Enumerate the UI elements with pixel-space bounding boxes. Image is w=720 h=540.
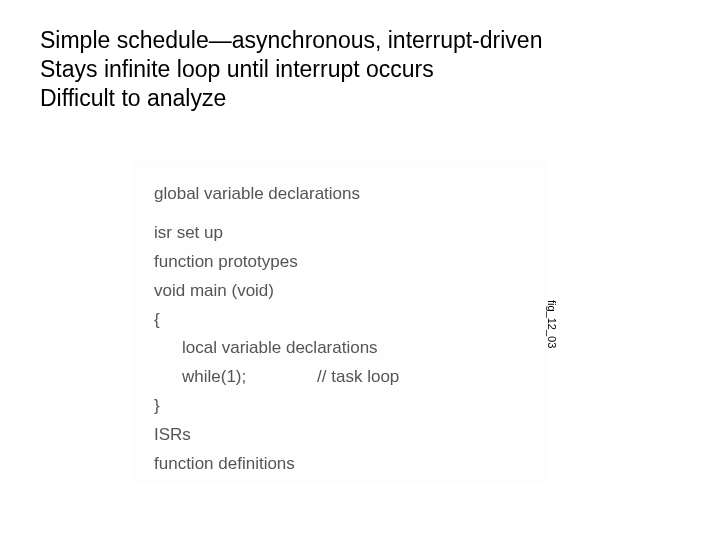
code-gap <box>154 209 528 219</box>
code-line: ISRs <box>154 421 528 450</box>
title-block: Simple schedule—asynchronous, interrupt-… <box>40 26 660 112</box>
code-line: local variable declarations <box>154 334 528 363</box>
code-listing: global variable declarations isr set up … <box>134 162 546 497</box>
code-line: void main (void) <box>154 277 528 306</box>
code-line: isr set up <box>154 219 528 248</box>
title-line-1: Simple schedule—asynchronous, interrupt-… <box>40 26 660 55</box>
code-line: while(1); // task loop <box>154 363 528 392</box>
figure-id-label: fig_12_03 <box>546 300 558 348</box>
title-line-3: Difficult to analyze <box>40 84 660 113</box>
code-line: { <box>154 306 528 335</box>
code-line: global variable declarations <box>154 180 528 209</box>
title-line-2: Stays infinite loop until interrupt occu… <box>40 55 660 84</box>
slide: Simple schedule—asynchronous, interrupt-… <box>0 0 720 540</box>
code-line: function definitions <box>154 450 528 479</box>
figure-panel: global variable declarations isr set up … <box>134 162 546 482</box>
code-line: } <box>154 392 528 421</box>
code-line: function prototypes <box>154 248 528 277</box>
